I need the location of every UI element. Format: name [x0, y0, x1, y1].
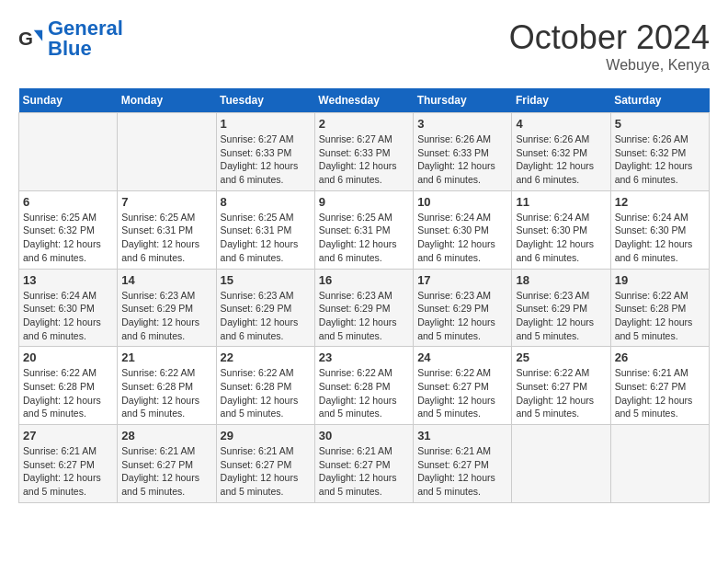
calendar-cell: 11Sunrise: 6:24 AM Sunset: 6:30 PM Dayli… — [512, 190, 610, 269]
day-number: 3 — [417, 117, 507, 131]
logo-icon: G — [18, 26, 44, 52]
weekday-header-monday: Monday — [118, 88, 216, 113]
day-info: Sunrise: 6:26 AM Sunset: 6:32 PM Dayligh… — [516, 132, 606, 187]
day-info: Sunrise: 6:24 AM Sunset: 6:30 PM Dayligh… — [417, 211, 507, 265]
day-info: Sunrise: 6:23 AM Sunset: 6:29 PM Dayligh… — [516, 289, 606, 343]
weekday-header-saturday: Saturday — [610, 88, 709, 113]
calendar-week-row: 20Sunrise: 6:22 AM Sunset: 6:28 PM Dayli… — [19, 347, 710, 425]
calendar-cell: 2Sunrise: 6:27 AM Sunset: 6:33 PM Daylig… — [314, 113, 413, 191]
calendar-week-row: 27Sunrise: 6:21 AM Sunset: 6:27 PM Dayli… — [19, 425, 710, 503]
logo: G GeneralBlue — [18, 18, 123, 59]
calendar-cell: 29Sunrise: 6:21 AM Sunset: 6:27 PM Dayli… — [216, 425, 314, 503]
calendar-cell — [512, 425, 610, 503]
day-number: 1 — [221, 117, 311, 131]
calendar-cell — [610, 425, 709, 503]
day-info: Sunrise: 6:23 AM Sunset: 6:29 PM Dayligh… — [121, 289, 211, 343]
weekday-header-tuesday: Tuesday — [216, 88, 314, 113]
calendar-cell: 31Sunrise: 6:21 AM Sunset: 6:27 PM Dayli… — [414, 425, 512, 503]
day-number: 20 — [23, 350, 113, 364]
calendar-cell: 26Sunrise: 6:21 AM Sunset: 6:27 PM Dayli… — [610, 347, 709, 425]
calendar-cell: 13Sunrise: 6:24 AM Sunset: 6:30 PM Dayli… — [19, 269, 118, 347]
weekday-header-wednesday: Wednesday — [314, 88, 413, 113]
calendar-week-row: 6Sunrise: 6:25 AM Sunset: 6:32 PM Daylig… — [19, 190, 710, 269]
svg-marker-1 — [34, 30, 42, 41]
calendar-cell: 27Sunrise: 6:21 AM Sunset: 6:27 PM Dayli… — [19, 425, 118, 503]
weekday-header-thursday: Thursday — [414, 88, 512, 113]
day-info: Sunrise: 6:22 AM Sunset: 6:28 PM Dayligh… — [121, 366, 211, 420]
day-info: Sunrise: 6:21 AM Sunset: 6:27 PM Dayligh… — [121, 444, 211, 499]
day-info: Sunrise: 6:21 AM Sunset: 6:27 PM Dayligh… — [319, 444, 409, 499]
day-number: 15 — [221, 273, 311, 287]
calendar-cell: 20Sunrise: 6:22 AM Sunset: 6:28 PM Dayli… — [19, 347, 118, 425]
calendar-cell: 5Sunrise: 6:26 AM Sunset: 6:32 PM Daylig… — [610, 113, 709, 191]
calendar-cell: 17Sunrise: 6:23 AM Sunset: 6:29 PM Dayli… — [414, 269, 512, 347]
day-number: 16 — [319, 273, 409, 287]
day-info: Sunrise: 6:26 AM Sunset: 6:33 PM Dayligh… — [417, 132, 507, 187]
calendar-cell — [19, 113, 118, 191]
day-info: Sunrise: 6:24 AM Sunset: 6:30 PM Dayligh… — [615, 211, 705, 265]
calendar-cell: 21Sunrise: 6:22 AM Sunset: 6:28 PM Dayli… — [118, 347, 216, 425]
calendar-cell: 25Sunrise: 6:22 AM Sunset: 6:27 PM Dayli… — [512, 347, 610, 425]
day-info: Sunrise: 6:22 AM Sunset: 6:27 PM Dayligh… — [516, 366, 606, 420]
weekday-header-row: SundayMondayTuesdayWednesdayThursdayFrid… — [19, 88, 710, 113]
calendar-cell: 15Sunrise: 6:23 AM Sunset: 6:29 PM Dayli… — [216, 269, 314, 347]
calendar-cell: 30Sunrise: 6:21 AM Sunset: 6:27 PM Dayli… — [314, 425, 413, 503]
weekday-header-sunday: Sunday — [19, 88, 118, 113]
calendar-body: 1Sunrise: 6:27 AM Sunset: 6:33 PM Daylig… — [19, 113, 710, 503]
day-number: 27 — [23, 429, 113, 442]
day-number: 19 — [615, 273, 705, 287]
day-info: Sunrise: 6:27 AM Sunset: 6:33 PM Dayligh… — [221, 132, 311, 187]
calendar-cell: 6Sunrise: 6:25 AM Sunset: 6:32 PM Daylig… — [19, 190, 118, 269]
day-number: 10 — [417, 195, 507, 209]
calendar-cell: 1Sunrise: 6:27 AM Sunset: 6:33 PM Daylig… — [216, 113, 314, 191]
day-info: Sunrise: 6:21 AM Sunset: 6:27 PM Dayligh… — [221, 444, 311, 499]
calendar-cell: 24Sunrise: 6:22 AM Sunset: 6:27 PM Dayli… — [414, 347, 512, 425]
day-info: Sunrise: 6:22 AM Sunset: 6:28 PM Dayligh… — [23, 366, 113, 420]
day-number: 29 — [221, 429, 311, 442]
day-info: Sunrise: 6:23 AM Sunset: 6:29 PM Dayligh… — [417, 289, 507, 343]
day-number: 22 — [221, 350, 311, 364]
calendar-cell: 10Sunrise: 6:24 AM Sunset: 6:30 PM Dayli… — [414, 190, 512, 269]
day-info: Sunrise: 6:22 AM Sunset: 6:28 PM Dayligh… — [221, 366, 311, 420]
logo-text: GeneralBlue — [48, 18, 123, 59]
calendar-header: SundayMondayTuesdayWednesdayThursdayFrid… — [19, 88, 710, 113]
calendar-cell: 28Sunrise: 6:21 AM Sunset: 6:27 PM Dayli… — [118, 425, 216, 503]
day-info: Sunrise: 6:22 AM Sunset: 6:28 PM Dayligh… — [615, 289, 705, 343]
day-number: 9 — [319, 195, 409, 209]
day-number: 12 — [615, 195, 705, 209]
calendar-cell: 12Sunrise: 6:24 AM Sunset: 6:30 PM Dayli… — [610, 190, 709, 269]
day-info: Sunrise: 6:22 AM Sunset: 6:28 PM Dayligh… — [319, 366, 409, 420]
calendar-cell: 22Sunrise: 6:22 AM Sunset: 6:28 PM Dayli… — [216, 347, 314, 425]
day-number: 2 — [319, 117, 409, 131]
day-number: 24 — [417, 350, 507, 364]
day-number: 4 — [516, 117, 606, 131]
page-header: G GeneralBlue October 2024 Webuye, Kenya — [18, 18, 710, 74]
day-number: 21 — [121, 350, 211, 364]
day-info: Sunrise: 6:26 AM Sunset: 6:32 PM Dayligh… — [615, 132, 705, 187]
calendar-cell: 4Sunrise: 6:26 AM Sunset: 6:32 PM Daylig… — [512, 113, 610, 191]
title-block: October 2024 Webuye, Kenya — [509, 18, 710, 74]
day-info: Sunrise: 6:24 AM Sunset: 6:30 PM Dayligh… — [516, 211, 606, 265]
day-info: Sunrise: 6:21 AM Sunset: 6:27 PM Dayligh… — [615, 366, 705, 420]
calendar-cell: 23Sunrise: 6:22 AM Sunset: 6:28 PM Dayli… — [314, 347, 413, 425]
day-info: Sunrise: 6:22 AM Sunset: 6:27 PM Dayligh… — [417, 366, 507, 420]
day-info: Sunrise: 6:21 AM Sunset: 6:27 PM Dayligh… — [23, 444, 113, 499]
calendar-cell: 16Sunrise: 6:23 AM Sunset: 6:29 PM Dayli… — [314, 269, 413, 347]
day-number: 14 — [121, 273, 211, 287]
day-info: Sunrise: 6:27 AM Sunset: 6:33 PM Dayligh… — [319, 132, 409, 187]
day-number: 26 — [615, 350, 705, 364]
day-number: 8 — [221, 195, 311, 209]
svg-text:G: G — [18, 28, 33, 49]
day-info: Sunrise: 6:23 AM Sunset: 6:29 PM Dayligh… — [319, 289, 409, 343]
calendar-table: SundayMondayTuesdayWednesdayThursdayFrid… — [18, 88, 710, 503]
calendar-cell: 18Sunrise: 6:23 AM Sunset: 6:29 PM Dayli… — [512, 269, 610, 347]
weekday-header-friday: Friday — [512, 88, 610, 113]
day-number: 30 — [319, 429, 409, 442]
day-number: 25 — [516, 350, 606, 364]
day-number: 28 — [121, 429, 211, 442]
day-number: 13 — [23, 273, 113, 287]
calendar-cell: 7Sunrise: 6:25 AM Sunset: 6:31 PM Daylig… — [118, 190, 216, 269]
day-info: Sunrise: 6:25 AM Sunset: 6:31 PM Dayligh… — [121, 211, 211, 265]
calendar-cell: 14Sunrise: 6:23 AM Sunset: 6:29 PM Dayli… — [118, 269, 216, 347]
day-number: 31 — [417, 429, 507, 442]
